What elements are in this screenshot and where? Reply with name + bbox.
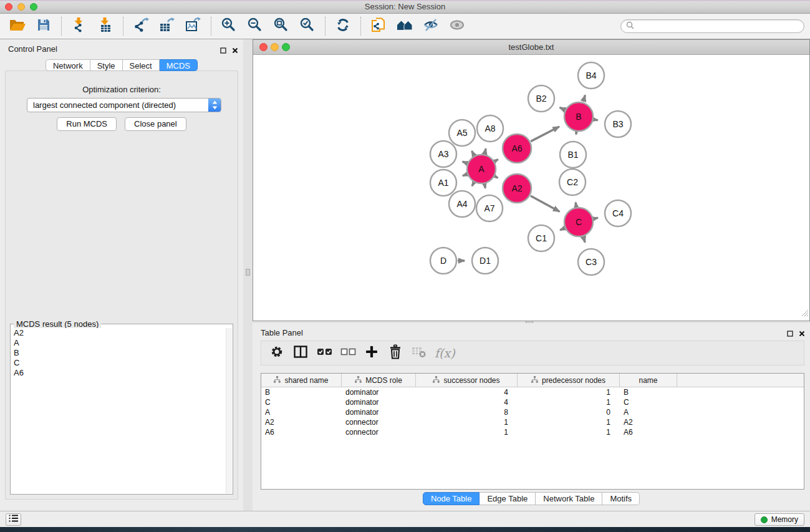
cell-name[interactable]: A2 bbox=[620, 417, 677, 427]
cell-predecessor_nodes[interactable]: 1 bbox=[518, 417, 620, 427]
cell-name[interactable]: C bbox=[620, 397, 677, 407]
table-settings-button[interactable] bbox=[266, 343, 287, 363]
unselect-all-columns-button[interactable] bbox=[337, 343, 359, 363]
cell-name[interactable]: A bbox=[620, 407, 677, 417]
criterion-select[interactable]: largest connected component (directed) bbox=[27, 98, 221, 112]
cell-successor_nodes[interactable]: 1 bbox=[416, 427, 518, 437]
memory-button[interactable]: Memory bbox=[755, 513, 804, 526]
tab-network-table[interactable]: Network Table bbox=[536, 492, 602, 505]
graph-edge-B-B1[interactable] bbox=[576, 132, 577, 135]
tab-style[interactable]: Style bbox=[90, 59, 123, 71]
zoom-selected-button[interactable] bbox=[297, 16, 317, 37]
close-panel-icon[interactable] bbox=[232, 45, 238, 56]
zoom-in-button[interactable] bbox=[219, 16, 239, 37]
import-network-button[interactable] bbox=[69, 16, 89, 37]
cell-successor_nodes[interactable]: 4 bbox=[416, 397, 518, 407]
cell-mcds_role[interactable]: dominator bbox=[342, 387, 416, 397]
graph-edge-A-A2[interactable] bbox=[495, 177, 498, 178]
cell-name[interactable]: B bbox=[620, 387, 677, 397]
cell-predecessor_nodes[interactable]: 1 bbox=[518, 397, 620, 407]
function-builder-button[interactable]: f(x) bbox=[435, 346, 455, 360]
table-row[interactable]: Cdominator41C bbox=[261, 397, 804, 407]
column-header-shared_name[interactable]: shared name bbox=[261, 374, 342, 387]
task-history-button[interactable] bbox=[6, 513, 21, 526]
table-row[interactable]: A6connector11A6 bbox=[261, 427, 804, 437]
cell-shared_name[interactable]: A bbox=[261, 407, 342, 417]
add-column-button[interactable] bbox=[361, 343, 382, 363]
search-input[interactable] bbox=[637, 22, 799, 31]
close-panel-icon[interactable] bbox=[799, 328, 805, 339]
cell-predecessor_nodes[interactable]: 1 bbox=[518, 427, 620, 437]
graph-edge-A-A6[interactable] bbox=[495, 160, 498, 162]
mcds-result-item[interactable]: A2 bbox=[11, 328, 226, 338]
table-row[interactable]: Adominator80A bbox=[261, 407, 804, 417]
cell-shared_name[interactable]: A2 bbox=[261, 417, 342, 427]
graph-edge-A-A5[interactable] bbox=[472, 151, 475, 155]
mcds-result-item[interactable]: A bbox=[11, 338, 226, 348]
save-session-button[interactable] bbox=[34, 16, 54, 37]
run-mcds-button[interactable]: Run MCDS bbox=[57, 117, 117, 131]
network-canvas[interactable]: B4B2BB3A8A5A6A3B1AA1C2A2A4A7C4CC1DD1C3 bbox=[253, 55, 809, 320]
first-neighbors-button[interactable] bbox=[395, 16, 415, 37]
cell-successor_nodes[interactable]: 4 bbox=[416, 387, 518, 397]
select-all-columns-button[interactable] bbox=[314, 343, 335, 363]
graph-edge-B-B3[interactable] bbox=[594, 120, 598, 120]
cell-predecessor_nodes[interactable]: 0 bbox=[518, 407, 620, 417]
graph-edge-A-A1[interactable] bbox=[463, 175, 467, 176]
graph-edge-C-C4[interactable] bbox=[594, 218, 597, 218]
result-scrollbar[interactable] bbox=[226, 328, 232, 493]
tab-edge-table[interactable]: Edge Table bbox=[480, 492, 536, 505]
cell-predecessor_nodes[interactable]: 1 bbox=[518, 387, 620, 397]
cell-mcds_role[interactable]: connector bbox=[342, 427, 416, 437]
divider-handle[interactable] bbox=[246, 269, 250, 276]
open-session-button[interactable] bbox=[7, 16, 27, 37]
zoom-fit-button[interactable] bbox=[271, 16, 291, 37]
float-panel-icon[interactable] bbox=[787, 328, 793, 339]
select-stepper[interactable] bbox=[208, 99, 221, 112]
export-image-button[interactable] bbox=[183, 16, 203, 37]
graph-edge-C-C1[interactable] bbox=[560, 228, 564, 230]
graph-edge-C-C2[interactable] bbox=[576, 203, 576, 207]
delete-columns-button[interactable] bbox=[385, 343, 406, 363]
hide-graphics-details-button[interactable] bbox=[421, 16, 441, 37]
refresh-view-button[interactable] bbox=[333, 16, 353, 37]
cell-shared_name[interactable]: B bbox=[261, 387, 342, 397]
graph-edge-A-A3[interactable] bbox=[463, 162, 467, 163]
delete-table-button[interactable] bbox=[408, 343, 430, 363]
show-graphics-details-button[interactable] bbox=[447, 16, 467, 37]
cell-successor_nodes[interactable]: 1 bbox=[416, 417, 518, 427]
cell-mcds_role[interactable]: connector bbox=[342, 417, 416, 427]
export-network-button[interactable] bbox=[131, 16, 151, 37]
import-table-button[interactable] bbox=[95, 16, 115, 37]
cell-mcds_role[interactable]: dominator bbox=[342, 397, 416, 407]
export-table-button[interactable] bbox=[157, 16, 177, 37]
cell-shared_name[interactable]: C bbox=[261, 397, 342, 407]
mcds-result-item[interactable]: C bbox=[11, 358, 226, 368]
column-header-mcds_role[interactable]: MCDS role bbox=[342, 374, 416, 387]
tab-select[interactable]: Select bbox=[123, 59, 160, 71]
zoom-out-button[interactable] bbox=[245, 16, 265, 37]
cell-successor_nodes[interactable]: 8 bbox=[416, 407, 518, 417]
graph-edge-B-B4[interactable] bbox=[583, 95, 585, 102]
table-row[interactable]: Bdominator41B bbox=[261, 387, 804, 397]
cell-shared_name[interactable]: A6 bbox=[261, 427, 342, 437]
cell-name[interactable]: A6 bbox=[620, 427, 677, 437]
split-view-button[interactable] bbox=[290, 343, 311, 363]
close-panel-button[interactable]: Close panel bbox=[125, 117, 186, 131]
graph-edge-B-B2[interactable] bbox=[560, 107, 565, 110]
cell-mcds_role[interactable]: dominator bbox=[342, 407, 416, 417]
graph-edge-C-C3[interactable] bbox=[584, 237, 586, 243]
table-row[interactable]: A2connector11A2 bbox=[261, 417, 804, 427]
mcds-result-item[interactable]: B bbox=[11, 348, 226, 358]
resize-grip[interactable] bbox=[801, 308, 809, 319]
column-header-name[interactable]: name bbox=[620, 374, 677, 387]
column-header-predecessor_nodes[interactable]: predecessor nodes bbox=[518, 374, 620, 387]
panel-divider[interactable] bbox=[243, 39, 253, 511]
graph-edge-A-A4[interactable] bbox=[472, 183, 474, 186]
graph-edge-A6-B[interactable] bbox=[531, 127, 559, 142]
mcds-result-item[interactable]: A6 bbox=[11, 368, 226, 378]
graph-edge-A2-C[interactable] bbox=[531, 196, 559, 211]
tab-motifs[interactable]: Motifs bbox=[602, 492, 640, 505]
tab-mcds[interactable]: MCDS bbox=[160, 59, 198, 71]
tab-network[interactable]: Network bbox=[46, 59, 90, 71]
